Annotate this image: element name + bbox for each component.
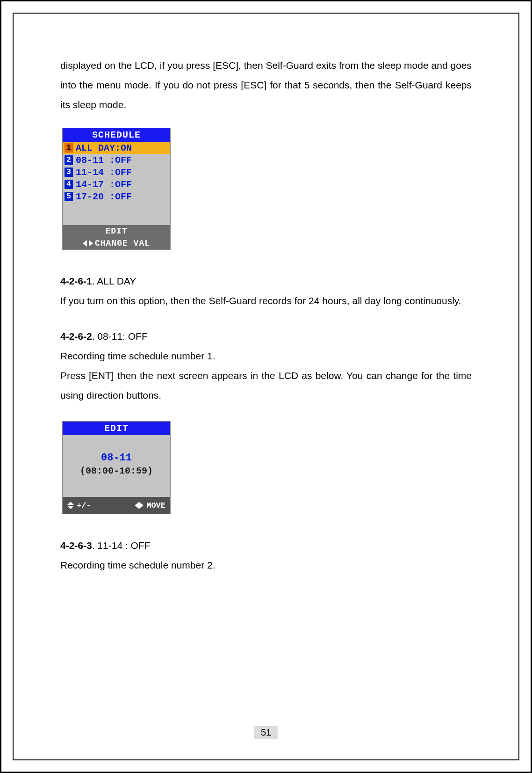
- page-outer-border: displayed on the LCD, if you press [ESC]…: [0, 0, 532, 773]
- section-4-2-6-1: 4-2-6-1. ALL DAY If you turn on this opt…: [60, 271, 472, 311]
- lcd-row-index: 3: [65, 168, 73, 177]
- lcd-footer-change: CHANGE VAL: [63, 237, 170, 249]
- page-inner-border: displayed on the LCD, if you press [ESC]…: [13, 13, 519, 760]
- section-heading: 4-2-6-1. ALL DAY: [60, 271, 472, 291]
- lcd-row-2: 2 08-11 :OFF: [63, 154, 170, 166]
- lcd-edit-range-full: (08:00-10:59): [63, 466, 170, 476]
- lcd-schedule-title: SCHEDULE: [63, 128, 170, 142]
- lcd-edit-range-short: 08-11: [63, 452, 170, 464]
- lcd-row-5: 5 17-20 :OFF: [63, 190, 170, 203]
- lcd-edit-footer: +/- MOVE: [63, 497, 170, 514]
- section-number: 4-2-6-2: [60, 331, 92, 342]
- section-4-2-6-3: 4-2-6-3. 11-14 : OFF Recording time sche…: [60, 536, 472, 575]
- section-body: Recording time schedule number 2.: [60, 555, 472, 575]
- section-title: . ALL DAY: [92, 276, 137, 286]
- lcd-edit-footer-left: +/-: [67, 501, 91, 510]
- lcd-row-index: 5: [65, 192, 73, 201]
- lcd-edit-footer-right: MOVE: [135, 501, 165, 510]
- section-title: . 11-14 : OFF: [92, 540, 151, 551]
- page-number: 51: [254, 726, 278, 739]
- lcd-row-label: ALL DAY:ON: [76, 143, 132, 153]
- lcd-schedule-rows: 1 ALL DAY:ON 2 08-11 :OFF 3 11-14 :OFF 4…: [63, 142, 170, 203]
- lcd-row-label: 17-20 :OFF: [76, 191, 132, 202]
- lcd-spacer: [63, 203, 170, 225]
- lcd-schedule-footer: EDIT CHANGE VAL: [63, 225, 170, 249]
- lcd-schedule-screen: SCHEDULE 1 ALL DAY:ON 2 08-11 :OFF 3 11-…: [62, 128, 171, 250]
- lcd-row-1: 1 ALL DAY:ON: [63, 142, 170, 154]
- lcd-footer-edit-text: EDIT: [105, 226, 127, 236]
- section-title: . 08-11: OFF: [92, 331, 148, 342]
- lcd-footer-edit: EDIT: [63, 225, 170, 237]
- lcd-row-index: 4: [65, 180, 73, 189]
- lcd-edit-body: 08-11 (08:00-10:59): [63, 435, 170, 497]
- section-body: Recording time schedule number 1.: [60, 346, 472, 366]
- up-down-icon: [67, 502, 74, 509]
- lcd-row-label: 08-11 :OFF: [76, 155, 132, 166]
- lcd-row-4: 4 14-17 :OFF: [63, 178, 170, 190]
- section-heading: 4-2-6-2. 08-11: OFF: [60, 327, 472, 346]
- section-number: 4-2-6-3: [60, 540, 92, 551]
- section-body: If you turn on this option, then the Sel…: [60, 291, 472, 311]
- lcd-row-index: 2: [65, 155, 73, 165]
- lcd-footer-change-text: CHANGE VAL: [95, 239, 150, 248]
- lcd-edit-footer-left-text: +/-: [77, 501, 91, 510]
- left-right-icon: [135, 502, 144, 509]
- lcd-edit-footer-right-text: MOVE: [146, 501, 165, 510]
- section-body-2: Press [ENT] then the next screen appears…: [60, 366, 472, 405]
- lcd-row-index: 1: [65, 143, 73, 153]
- lcd-edit-title: EDIT: [63, 422, 170, 435]
- lcd-edit-screen: EDIT 08-11 (08:00-10:59) +/- MOVE: [62, 421, 171, 514]
- arrow-right-icon: [89, 240, 93, 247]
- lcd-row-3: 3 11-14 :OFF: [63, 166, 170, 178]
- section-4-2-6-2: 4-2-6-2. 08-11: OFF Recording time sched…: [60, 327, 472, 405]
- section-number: 4-2-6-1: [60, 276, 92, 286]
- section-heading: 4-2-6-3. 11-14 : OFF: [60, 536, 472, 555]
- lcd-row-label: 11-14 :OFF: [76, 167, 132, 178]
- intro-paragraph: displayed on the LCD, if you press [ESC]…: [60, 56, 472, 115]
- arrow-left-icon: [83, 240, 87, 247]
- lcd-row-label: 14-17 :OFF: [76, 179, 132, 190]
